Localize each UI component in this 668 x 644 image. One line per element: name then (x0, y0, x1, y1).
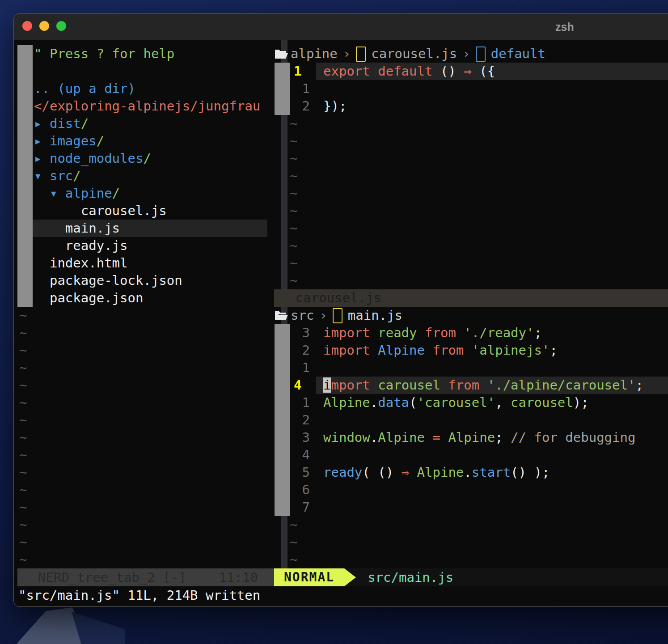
line-number: 4 (290, 377, 316, 394)
line-content[interactable]: }); (316, 97, 668, 115)
tree-row[interactable]: </exploring-alpinejs/jungfrau (17, 97, 267, 115)
code-token (464, 343, 471, 358)
code-token: / (81, 116, 89, 131)
tree-row[interactable]: package.json (17, 289, 267, 307)
line-content[interactable] (316, 481, 668, 499)
tilde-marker: ~ (17, 324, 27, 342)
code-token (34, 290, 50, 305)
line-content[interactable]: window.Alpine = Alpine; // for debugging (316, 429, 668, 446)
main-scrollbar[interactable] (275, 324, 290, 516)
line-content[interactable]: import carousel from './alpine/carousel'… (316, 377, 668, 394)
code-token: import (323, 325, 370, 340)
carousel-scrollbar[interactable] (275, 63, 290, 115)
tree-row[interactable]: ▾ alpine/ (17, 185, 267, 202)
line-content[interactable] (316, 499, 668, 516)
code-token: ⇒ (402, 465, 409, 480)
tree-row[interactable]: ▸ images/ (17, 132, 267, 150)
tilde-marker: ~ (274, 185, 668, 202)
code-line[interactable]: 2}); (274, 97, 668, 115)
tilde-marker: ~ (274, 167, 668, 185)
minimize-button[interactable] (39, 21, 49, 31)
close-button[interactable] (22, 21, 32, 31)
line-content[interactable] (316, 411, 668, 429)
code-line[interactable]: 5ready( () ⇒ Alpine.start() ); (274, 464, 668, 481)
code-line[interactable]: 1 (274, 359, 668, 377)
code-line[interactable]: 3window.Alpine = Alpine; // for debuggin… (274, 429, 668, 446)
code-token: alpine (65, 186, 112, 201)
line-number: 1 (290, 359, 316, 377)
tree-row[interactable]: package-lock.json (17, 272, 267, 289)
code-line[interactable]: 2import Alpine from 'alpinejs'; (274, 342, 668, 359)
tree-row[interactable]: carousel.js (17, 202, 267, 220)
tree-row[interactable]: ready.js (17, 237, 267, 254)
code-token (425, 343, 432, 358)
code-line[interactable]: 2 (274, 411, 668, 429)
code-line-current[interactable]: 4import carousel from './alpine/carousel… (274, 377, 668, 394)
code-token: main.js (65, 220, 120, 236)
tree-row[interactable]: ▸ dist/ (17, 115, 267, 132)
line-content[interactable]: Alpine.data('carousel', carousel); (316, 394, 668, 411)
code-line[interactable]: 1Alpine.data('carousel', carousel); (274, 394, 668, 411)
nerdtree-pane: " Press ? for help.. (up a dir)</explori… (17, 45, 267, 307)
breadcrumb-main: src›main.js (274, 307, 668, 324)
editor-pane-main[interactable]: 3import ready from './ready';2import Alp… (274, 324, 668, 516)
code-token (417, 325, 425, 340)
window-titlebar[interactable]: zsh (14, 14, 668, 40)
code-line[interactable]: 4 (274, 446, 668, 464)
tree-row[interactable]: " Press ? for help (17, 45, 267, 63)
main-empty-lines: ~~~ (274, 516, 668, 568)
code-line[interactable]: 6 (274, 481, 668, 499)
code-token (440, 430, 448, 445)
tilde-marker: ~ (17, 411, 27, 429)
code-token: 'alpinejs' (472, 343, 550, 358)
code-token: / (97, 133, 104, 148)
code-token: ▸ (34, 133, 50, 148)
line-content[interactable] (316, 446, 668, 464)
code-token: default (378, 64, 432, 79)
tilde-marker: ~ (274, 254, 668, 272)
line-content[interactable] (316, 80, 668, 97)
tree-row[interactable]: .. (up a dir) (17, 80, 267, 97)
tree-row[interactable]: index.html (17, 254, 267, 272)
open-folder-icon (275, 310, 289, 321)
code-token: }); (323, 98, 347, 114)
code-token: package.json (50, 290, 144, 305)
tilde-marker: ~ (274, 272, 668, 289)
editor-pane-carousel[interactable]: 1export default () ⇒ ({12}); (274, 63, 668, 115)
code-line[interactable]: 3import ready from './ready'; (274, 324, 668, 342)
line-content[interactable]: import Alpine from 'alpinejs'; (316, 342, 668, 359)
code-token (440, 377, 448, 393)
line-number: 7 (290, 499, 316, 516)
code-line-current[interactable]: 1export default () ⇒ ({ (274, 63, 668, 80)
code-token (456, 325, 464, 340)
chevron-separator-icon: › (462, 45, 470, 63)
code-line[interactable]: 7 (274, 499, 668, 516)
nerdtree-scrollbar[interactable] (17, 45, 33, 307)
tilde-marker: ~ (17, 307, 27, 324)
code-token: ; (534, 325, 541, 340)
zoom-button[interactable] (56, 21, 66, 31)
tree-row[interactable]: ▾ src/ (17, 167, 267, 185)
line-content[interactable]: import ready from './ready'; (316, 324, 668, 342)
tilde-marker: ~ (17, 551, 27, 568)
tree-row[interactable]: ▸ node_modules/ (17, 150, 267, 167)
code-token: src (50, 168, 73, 183)
code-token: Alpine (448, 430, 495, 445)
code-token (479, 377, 487, 393)
open-folder-icon (275, 49, 289, 59)
line-number: 1 (290, 394, 316, 411)
code-token: ; (550, 343, 557, 358)
tilde-marker: ~ (17, 394, 27, 411)
code-token: </exploring-alpinejs/jungfrau (34, 98, 260, 114)
code-token (409, 465, 417, 480)
tree-row-selected[interactable]: main.js (17, 220, 267, 237)
code-token: dist (50, 116, 81, 131)
code-line[interactable]: 1 (274, 80, 668, 97)
line-content[interactable] (316, 359, 668, 377)
tilde-marker: ~ (274, 132, 668, 150)
tree-row[interactable] (17, 63, 267, 80)
line-content[interactable]: export default () ⇒ ({ (316, 63, 668, 80)
filetype-glyph-icon (476, 47, 486, 62)
breadcrumb-segment: main.js (348, 307, 402, 324)
line-content[interactable]: ready( () ⇒ Alpine.start() ); (316, 464, 668, 481)
